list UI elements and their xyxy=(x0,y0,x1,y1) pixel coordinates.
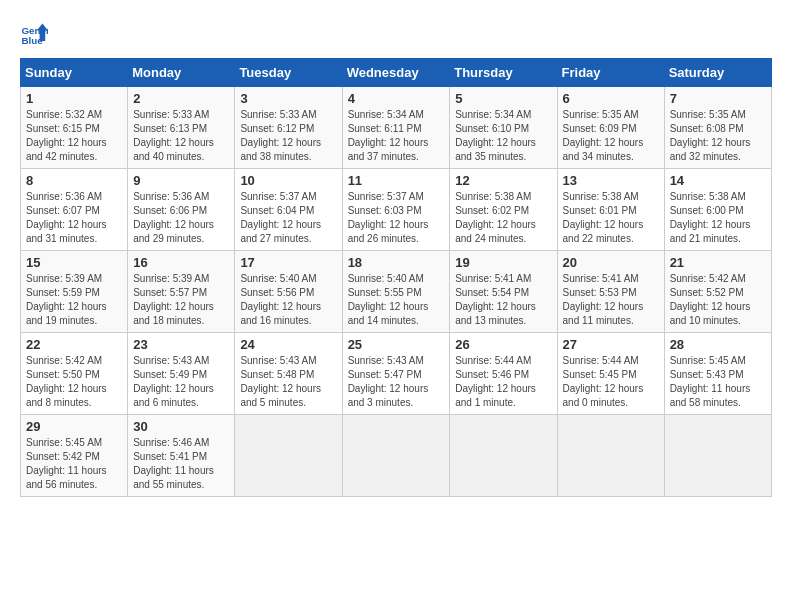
calendar-week: 22 Sunrise: 5:42 AM Sunset: 5:50 PM Dayl… xyxy=(21,333,772,415)
header-row: SundayMondayTuesdayWednesdayThursdayFrid… xyxy=(21,59,772,87)
calendar-body: 1 Sunrise: 5:32 AM Sunset: 6:15 PM Dayli… xyxy=(21,87,772,497)
day-info: Sunrise: 5:40 AM Sunset: 5:56 PM Dayligh… xyxy=(240,272,336,328)
header-day: Thursday xyxy=(450,59,557,87)
logo: General Blue xyxy=(20,20,52,48)
day-number: 16 xyxy=(133,255,229,270)
calendar-cell: 19 Sunrise: 5:41 AM Sunset: 5:54 PM Dayl… xyxy=(450,251,557,333)
day-number: 1 xyxy=(26,91,122,106)
day-info: Sunrise: 5:34 AM Sunset: 6:11 PM Dayligh… xyxy=(348,108,445,164)
calendar-cell xyxy=(557,415,664,497)
day-info: Sunrise: 5:38 AM Sunset: 6:00 PM Dayligh… xyxy=(670,190,766,246)
day-info: Sunrise: 5:35 AM Sunset: 6:08 PM Dayligh… xyxy=(670,108,766,164)
day-number: 8 xyxy=(26,173,122,188)
day-number: 14 xyxy=(670,173,766,188)
day-number: 3 xyxy=(240,91,336,106)
day-info: Sunrise: 5:32 AM Sunset: 6:15 PM Dayligh… xyxy=(26,108,122,164)
calendar-cell: 23 Sunrise: 5:43 AM Sunset: 5:49 PM Dayl… xyxy=(128,333,235,415)
day-info: Sunrise: 5:38 AM Sunset: 6:01 PM Dayligh… xyxy=(563,190,659,246)
calendar-cell: 27 Sunrise: 5:44 AM Sunset: 5:45 PM Dayl… xyxy=(557,333,664,415)
day-number: 26 xyxy=(455,337,551,352)
calendar-cell: 1 Sunrise: 5:32 AM Sunset: 6:15 PM Dayli… xyxy=(21,87,128,169)
day-number: 13 xyxy=(563,173,659,188)
day-number: 7 xyxy=(670,91,766,106)
calendar-cell: 20 Sunrise: 5:41 AM Sunset: 5:53 PM Dayl… xyxy=(557,251,664,333)
day-info: Sunrise: 5:41 AM Sunset: 5:53 PM Dayligh… xyxy=(563,272,659,328)
calendar-cell: 11 Sunrise: 5:37 AM Sunset: 6:03 PM Dayl… xyxy=(342,169,450,251)
calendar-cell xyxy=(235,415,342,497)
day-info: Sunrise: 5:42 AM Sunset: 5:50 PM Dayligh… xyxy=(26,354,122,410)
day-number: 4 xyxy=(348,91,445,106)
day-info: Sunrise: 5:33 AM Sunset: 6:13 PM Dayligh… xyxy=(133,108,229,164)
day-number: 18 xyxy=(348,255,445,270)
day-number: 9 xyxy=(133,173,229,188)
day-info: Sunrise: 5:43 AM Sunset: 5:49 PM Dayligh… xyxy=(133,354,229,410)
day-info: Sunrise: 5:45 AM Sunset: 5:43 PM Dayligh… xyxy=(670,354,766,410)
day-number: 2 xyxy=(133,91,229,106)
day-number: 24 xyxy=(240,337,336,352)
day-number: 30 xyxy=(133,419,229,434)
calendar-cell: 5 Sunrise: 5:34 AM Sunset: 6:10 PM Dayli… xyxy=(450,87,557,169)
calendar-cell: 13 Sunrise: 5:38 AM Sunset: 6:01 PM Dayl… xyxy=(557,169,664,251)
logo-icon: General Blue xyxy=(20,20,48,48)
calendar-cell xyxy=(450,415,557,497)
calendar-week: 15 Sunrise: 5:39 AM Sunset: 5:59 PM Dayl… xyxy=(21,251,772,333)
day-info: Sunrise: 5:44 AM Sunset: 5:46 PM Dayligh… xyxy=(455,354,551,410)
calendar-cell: 2 Sunrise: 5:33 AM Sunset: 6:13 PM Dayli… xyxy=(128,87,235,169)
day-info: Sunrise: 5:43 AM Sunset: 5:48 PM Dayligh… xyxy=(240,354,336,410)
day-number: 22 xyxy=(26,337,122,352)
header-day: Wednesday xyxy=(342,59,450,87)
day-info: Sunrise: 5:34 AM Sunset: 6:10 PM Dayligh… xyxy=(455,108,551,164)
day-number: 10 xyxy=(240,173,336,188)
calendar-cell: 3 Sunrise: 5:33 AM Sunset: 6:12 PM Dayli… xyxy=(235,87,342,169)
header-day: Sunday xyxy=(21,59,128,87)
day-info: Sunrise: 5:40 AM Sunset: 5:55 PM Dayligh… xyxy=(348,272,445,328)
day-number: 5 xyxy=(455,91,551,106)
day-info: Sunrise: 5:44 AM Sunset: 5:45 PM Dayligh… xyxy=(563,354,659,410)
calendar-table: SundayMondayTuesdayWednesdayThursdayFrid… xyxy=(20,58,772,497)
day-number: 25 xyxy=(348,337,445,352)
day-number: 6 xyxy=(563,91,659,106)
calendar-cell: 8 Sunrise: 5:36 AM Sunset: 6:07 PM Dayli… xyxy=(21,169,128,251)
day-number: 21 xyxy=(670,255,766,270)
calendar-cell: 22 Sunrise: 5:42 AM Sunset: 5:50 PM Dayl… xyxy=(21,333,128,415)
calendar-cell: 9 Sunrise: 5:36 AM Sunset: 6:06 PM Dayli… xyxy=(128,169,235,251)
day-number: 23 xyxy=(133,337,229,352)
calendar-week: 1 Sunrise: 5:32 AM Sunset: 6:15 PM Dayli… xyxy=(21,87,772,169)
day-number: 11 xyxy=(348,173,445,188)
calendar-cell: 10 Sunrise: 5:37 AM Sunset: 6:04 PM Dayl… xyxy=(235,169,342,251)
day-info: Sunrise: 5:45 AM Sunset: 5:42 PM Dayligh… xyxy=(26,436,122,492)
day-number: 17 xyxy=(240,255,336,270)
calendar-cell: 26 Sunrise: 5:44 AM Sunset: 5:46 PM Dayl… xyxy=(450,333,557,415)
header-day: Saturday xyxy=(664,59,771,87)
day-info: Sunrise: 5:42 AM Sunset: 5:52 PM Dayligh… xyxy=(670,272,766,328)
header: General Blue xyxy=(20,20,772,48)
day-info: Sunrise: 5:37 AM Sunset: 6:03 PM Dayligh… xyxy=(348,190,445,246)
day-number: 12 xyxy=(455,173,551,188)
calendar-cell: 17 Sunrise: 5:40 AM Sunset: 5:56 PM Dayl… xyxy=(235,251,342,333)
day-number: 15 xyxy=(26,255,122,270)
day-info: Sunrise: 5:35 AM Sunset: 6:09 PM Dayligh… xyxy=(563,108,659,164)
day-info: Sunrise: 5:43 AM Sunset: 5:47 PM Dayligh… xyxy=(348,354,445,410)
calendar-cell xyxy=(664,415,771,497)
header-day: Tuesday xyxy=(235,59,342,87)
calendar-cell: 12 Sunrise: 5:38 AM Sunset: 6:02 PM Dayl… xyxy=(450,169,557,251)
header-day: Monday xyxy=(128,59,235,87)
calendar-cell: 30 Sunrise: 5:46 AM Sunset: 5:41 PM Dayl… xyxy=(128,415,235,497)
day-info: Sunrise: 5:36 AM Sunset: 6:06 PM Dayligh… xyxy=(133,190,229,246)
calendar-cell: 24 Sunrise: 5:43 AM Sunset: 5:48 PM Dayl… xyxy=(235,333,342,415)
calendar-cell xyxy=(342,415,450,497)
calendar-cell: 6 Sunrise: 5:35 AM Sunset: 6:09 PM Dayli… xyxy=(557,87,664,169)
day-info: Sunrise: 5:37 AM Sunset: 6:04 PM Dayligh… xyxy=(240,190,336,246)
header-day: Friday xyxy=(557,59,664,87)
calendar-cell: 29 Sunrise: 5:45 AM Sunset: 5:42 PM Dayl… xyxy=(21,415,128,497)
calendar-cell: 25 Sunrise: 5:43 AM Sunset: 5:47 PM Dayl… xyxy=(342,333,450,415)
day-number: 28 xyxy=(670,337,766,352)
day-info: Sunrise: 5:41 AM Sunset: 5:54 PM Dayligh… xyxy=(455,272,551,328)
calendar-cell: 4 Sunrise: 5:34 AM Sunset: 6:11 PM Dayli… xyxy=(342,87,450,169)
day-number: 19 xyxy=(455,255,551,270)
calendar-cell: 16 Sunrise: 5:39 AM Sunset: 5:57 PM Dayl… xyxy=(128,251,235,333)
day-number: 20 xyxy=(563,255,659,270)
calendar-cell: 21 Sunrise: 5:42 AM Sunset: 5:52 PM Dayl… xyxy=(664,251,771,333)
day-info: Sunrise: 5:33 AM Sunset: 6:12 PM Dayligh… xyxy=(240,108,336,164)
calendar-cell: 28 Sunrise: 5:45 AM Sunset: 5:43 PM Dayl… xyxy=(664,333,771,415)
